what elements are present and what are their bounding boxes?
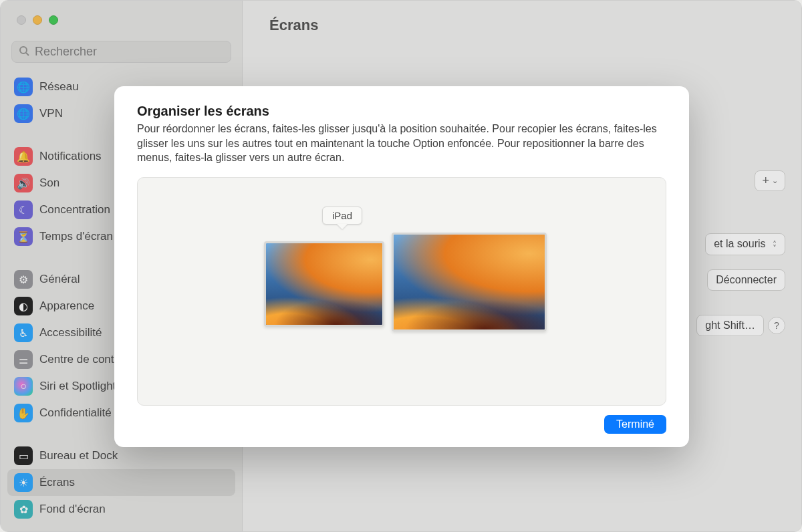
display-main[interactable] xyxy=(392,233,547,331)
display-ipad[interactable] xyxy=(264,241,384,327)
arrange-displays-modal: Organiser les écrans Pour réordonner les… xyxy=(114,86,689,447)
wallpaper-thumbnail xyxy=(394,235,545,329)
display-arrangement-canvas[interactable]: iPad xyxy=(137,177,666,406)
display-tooltip-ipad: iPad xyxy=(322,207,362,225)
wallpaper-thumbnail xyxy=(266,243,382,325)
done-button[interactable]: Terminé xyxy=(604,415,666,434)
modal-title: Organiser les écrans xyxy=(137,104,666,119)
modal-description: Pour réordonner les écrans, faites-les g… xyxy=(137,122,666,165)
